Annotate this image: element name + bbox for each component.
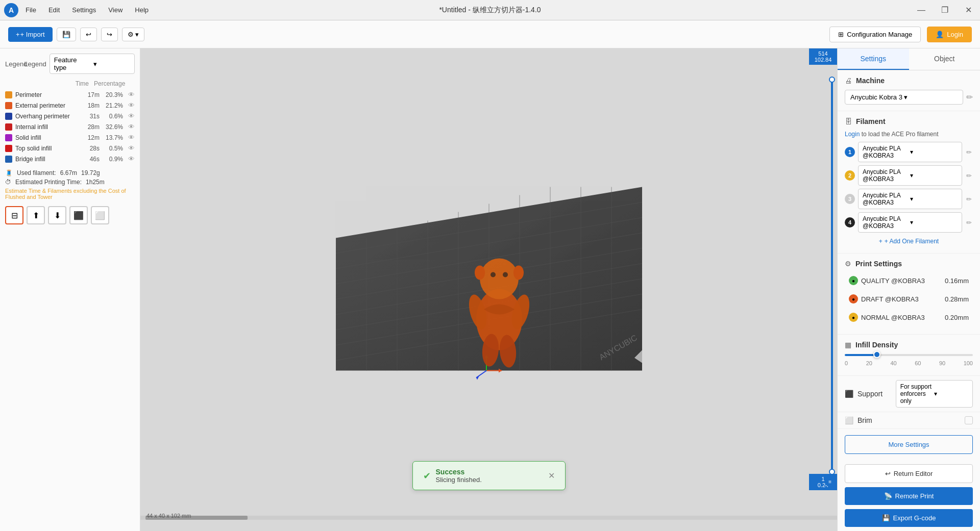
print-settings-header: ⚙ Print Settings <box>845 260 973 268</box>
remote-print-button[interactable]: 📡 Remote Print <box>845 487 973 505</box>
filament-login-link[interactable]: Login <box>845 131 860 138</box>
support-dropdown[interactable]: For support enforcers only ▾ <box>896 380 973 408</box>
feature-type-dropdown[interactable]: Feature type ▾ <box>50 54 135 74</box>
filament-edit-icon[interactable]: ✏ <box>965 147 973 157</box>
slice-view-button[interactable]: ⊟ <box>5 206 23 224</box>
print-settings-title: Print Settings <box>855 260 902 268</box>
legend-row-name: Overhang perimeter <box>15 113 79 120</box>
filament-number-badge: 3 <box>845 194 855 204</box>
visibility-toggle[interactable]: 👁 <box>128 155 135 163</box>
menu-area: A File Edit Settings View Help <box>0 3 154 17</box>
filament-select-dropdown[interactable]: Anycubic PLA @KOBRA3 ▾ <box>858 189 962 209</box>
remote-icon: 📡 <box>884 492 892 500</box>
menu-help[interactable]: Help <box>130 4 154 16</box>
print-quality-value: 0.28mm <box>945 295 969 303</box>
wireframe-icon: ⬜ <box>95 211 105 220</box>
menu-edit[interactable]: Edit <box>43 4 65 16</box>
import-plus-icon: + <box>16 31 20 38</box>
estimate-cost-link[interactable]: Estimate Time & Filaments excluding the … <box>5 188 135 200</box>
filament-row: 4 Anycubic PLA @KOBRA3 ▾ ✏ <box>845 212 973 233</box>
infill-slider[interactable] <box>845 354 973 356</box>
tab-settings[interactable]: Settings <box>838 48 909 70</box>
filament-select-dropdown[interactable]: Anycubic PLA @KOBRA3 ▾ <box>858 165 962 186</box>
menu-settings[interactable]: Settings <box>67 4 101 16</box>
legend-color-swatch <box>5 91 12 98</box>
filament-section-title: Filament <box>856 117 886 125</box>
infill-title: Infill Density <box>855 341 898 349</box>
maximize-button[interactable]: ❐ <box>933 0 957 20</box>
print-settings-row[interactable]: ● DRAFT @KOBRA3 0.28mm <box>845 291 973 307</box>
menu-view[interactable]: View <box>103 4 128 16</box>
print-quality-name: NORMAL @KOBRA3 <box>861 314 942 321</box>
print-settings-row[interactable]: ● QUALITY @KOBRA3 0.16mm <box>845 273 973 288</box>
filament-icon: 🧵 <box>5 169 13 176</box>
top-icon: ⬆ <box>33 211 39 220</box>
filament-edit-icon[interactable]: ✏ <box>965 194 973 204</box>
print-bed: ANYCUBIC <box>305 136 673 403</box>
print-quality-value: 0.16mm <box>945 277 969 285</box>
infill-header: ▦ Infill Density <box>845 341 973 349</box>
login-button[interactable]: 👤 Login <box>927 27 972 42</box>
print-settings-section: ⚙ Print Settings ● QUALITY @KOBRA3 0.16m… <box>838 254 980 335</box>
legend-row: Internal infill 28m 32.6% 👁 <box>5 121 135 132</box>
bottom-view-button[interactable]: ⬇ <box>48 206 66 224</box>
legend-color-swatch <box>5 134 12 141</box>
legend-row-name: Internal infill <box>15 123 79 131</box>
machine-edit-icon[interactable]: ✏ <box>966 92 973 102</box>
canvas-area[interactable]: ANYCUBIC <box>140 48 837 531</box>
infill-slider-thumb[interactable] <box>873 351 880 358</box>
plus-icon: + <box>879 238 883 245</box>
close-button[interactable]: ✕ <box>957 0 980 20</box>
import-button[interactable]: + + Import <box>8 27 53 42</box>
filament-edit-icon[interactable]: ✏ <box>965 171 973 181</box>
wireframe-view-button[interactable]: ⬜ <box>91 206 109 224</box>
export-gcode-button[interactable]: 💾 Export G-code <box>845 509 973 527</box>
undo-button[interactable]: ↩ <box>80 28 97 41</box>
more-settings-button[interactable]: More Settings <box>845 435 973 454</box>
add-filament-button[interactable]: + + Add One Filament <box>845 236 973 247</box>
machine-name: Anycubic Kobra 3 <box>850 93 904 101</box>
infill-mark-40: 40 <box>890 360 896 366</box>
visibility-toggle[interactable]: 👁 <box>128 134 135 141</box>
layer-top-handle[interactable] <box>829 77 835 83</box>
legend-row-time: 31s <box>82 113 100 120</box>
layers-toggle-button[interactable]: ≡ <box>826 477 834 486</box>
add-filament-label: + Add One Filament <box>885 238 939 245</box>
legend-row-time: 18m <box>82 102 100 109</box>
visibility-toggle[interactable]: 👁 <box>128 91 135 98</box>
filament-edit-icon[interactable]: ✏ <box>965 218 973 227</box>
top-view-button[interactable]: ⬆ <box>27 206 45 224</box>
filament-chevron-icon: ▾ <box>910 195 958 203</box>
return-editor-button[interactable]: ↩ Return Editor <box>845 464 973 483</box>
filament-select-dropdown[interactable]: Anycubic PLA @KOBRA3 ▾ <box>858 142 962 162</box>
visibility-toggle[interactable]: 👁 <box>128 123 135 131</box>
login-label: Login <box>947 31 963 38</box>
tab-object[interactable]: Object <box>909 48 981 70</box>
used-filament-value: 6.67m <box>60 169 77 176</box>
machine-select-dropdown[interactable]: Anycubic Kobra 3 ▾ <box>845 90 963 105</box>
visibility-toggle[interactable]: 👁 <box>128 144 135 152</box>
config-manage-button[interactable]: ⊞ Configuration Manage <box>829 27 921 42</box>
canvas-scrollbar-horizontal[interactable] <box>140 516 837 520</box>
legend-row-name: Bridge infill <box>15 156 79 163</box>
bottom-buttons: ↩ Return Editor 📡 Remote Print 💾 Export … <box>838 460 980 531</box>
filament-select-dropdown[interactable]: Anycubic PLA @KOBRA3 ▾ <box>858 212 962 233</box>
legend-row-pct: 0.6% <box>103 113 123 120</box>
object-view-button[interactable]: ⬛ <box>69 206 88 224</box>
layer-slider-track <box>831 79 833 470</box>
filament-login-line: Login to load the ACE Pro filament <box>845 131 973 138</box>
visibility-toggle[interactable]: 👁 <box>128 112 135 120</box>
visibility-toggle[interactable]: 👁 <box>128 102 135 109</box>
minimize-button[interactable]: — <box>910 0 933 20</box>
brim-checkbox[interactable] <box>965 416 973 424</box>
settings-gear-button[interactable]: ⚙ ▾ <box>122 28 144 41</box>
redo-button[interactable]: ↪ <box>101 28 118 41</box>
print-settings-row[interactable]: ● NORMAL @KOBRA3 0.20mm <box>845 310 973 325</box>
save-button[interactable]: 💾 <box>57 28 76 41</box>
legend-header: Legend Legend Feature type ▾ <box>5 54 135 74</box>
used-filament-label: Used filament: <box>17 169 56 176</box>
toast-close-button[interactable]: ✕ <box>548 471 555 481</box>
menu-file[interactable]: File <box>20 4 41 16</box>
brim-label: Brim <box>857 416 961 424</box>
filament-number-badge: 1 <box>845 147 855 157</box>
